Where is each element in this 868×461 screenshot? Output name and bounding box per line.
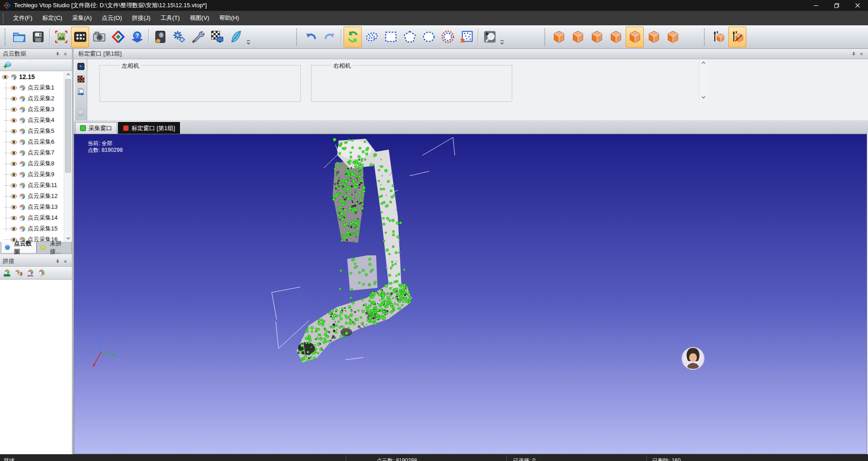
stitch-button-stitch-free[interactable] [37,268,48,278]
toolbar-button-cube-view-3[interactable] [588,27,606,47]
stitch-button-stitch-global[interactable] [1,268,13,278]
toolbar-button-undo[interactable] [302,27,320,47]
close-icon[interactable]: × [61,258,69,265]
tree-item-3[interactable]: 点云采集3 [0,104,64,115]
visibility-eye-icon[interactable] [10,204,19,211]
toolbar-button-circle-select[interactable] [439,27,457,47]
toolbar-button-calibration-board[interactable] [71,27,89,47]
menu-item-view[interactable]: 视图(V) [185,11,214,25]
toolbar-grip-handle[interactable] [544,28,547,46]
camera-tool-camera-lens[interactable] [75,61,87,71]
pin-icon[interactable] [850,50,858,57]
tree-scrollbar[interactable] [64,71,72,242]
toolbar-button-cube-view-6[interactable] [645,27,663,47]
menu-item-capture[interactable]: 采集(A) [67,11,97,25]
camera-pane-scrollbar[interactable] [699,59,707,101]
scroll-down-icon[interactable] [700,94,707,101]
menu-item-calibration[interactable]: 标定(C) [38,11,67,25]
visibility-eye-icon[interactable] [10,215,19,221]
dock-tab-pointcloud-data[interactable]: 点云数据 [1,242,37,254]
tab-capture-window[interactable]: 采集窗口 [75,122,117,134]
toolbar-button-stitch-axis-2[interactable]: x [728,27,746,47]
camera-tool-checkerboard-small[interactable] [75,74,87,84]
toolbar-button-rect-select[interactable] [382,27,400,47]
stitch-button-stitch-marker[interactable] [25,268,37,278]
visibility-eye-icon[interactable] [10,128,19,135]
visibility-eye-icon[interactable] [10,160,19,167]
dock-tab-unstitched[interactable]: 未拼接... [37,242,72,254]
toolbar-button-scan-card[interactable] [151,27,169,47]
visibility-eye-icon[interactable] [10,139,19,146]
scroll-up-icon[interactable] [700,59,707,66]
toolbar-grip-handle[interactable] [704,28,707,46]
toolbar-button-zoom-window[interactable] [481,27,499,47]
close-button[interactable] [847,0,868,11]
minimize-button[interactable] [806,0,826,11]
toolbar-button-capture-image[interactable] [52,27,70,47]
toolbar-button-polygon-select[interactable] [401,27,419,47]
toolbar-button-ellipse-select[interactable] [420,27,438,47]
viewport-3d[interactable]: 当前: 全部 点数: 8190298 y [74,134,867,454]
tree-item-10[interactable]: 点云采集11 [0,180,64,191]
tree-item-13[interactable]: 点云采集14 [0,212,64,223]
tree-item-7[interactable]: 点云采集7 [0,147,64,158]
tree-item-1[interactable]: 点云采集1 [0,82,64,93]
tree-item-8[interactable]: 点云采集8 [0,158,64,169]
visibility-eye-icon[interactable] [10,182,19,189]
visibility-eye-icon[interactable] [10,106,19,113]
visibility-eye-icon[interactable] [10,95,19,102]
visibility-eye-icon[interactable] [10,85,19,91]
menu-item-file[interactable]: 文件(F) [8,11,38,25]
tree-item-9[interactable]: 点云采集9 [0,169,64,180]
toolbar-button-tools[interactable] [189,27,207,47]
tree-item-11[interactable]: 点云采集12 [0,191,64,202]
scroll-thumb[interactable] [65,79,71,173]
visibility-eye-icon[interactable] [10,193,19,200]
toolbar-button-cube-view-2[interactable] [569,27,587,47]
tree-item-4[interactable]: 点云采集4 [0,115,64,126]
toolbar-overflow-icon[interactable] [499,28,505,46]
toolbar-button-vtop-logo[interactable] [109,27,127,47]
tree-item-2[interactable]: 点云采集2 [0,93,64,104]
visibility-eye-icon[interactable] [10,117,19,124]
visibility-eye-icon[interactable] [10,226,19,232]
close-icon[interactable]: × [61,50,69,57]
toolbar-button-camera[interactable] [90,27,108,47]
menu-item-tools[interactable]: 工具(T) [156,11,185,25]
toolbar-grip-handle[interactable] [5,28,8,46]
menu-item-stitch[interactable]: 拼接(J) [127,11,156,25]
panel-button-add-pointcloud[interactable] [1,60,13,71]
toolbar-button-cube-view-7[interactable] [664,27,682,47]
toolbar-button-open-folder[interactable] [10,27,28,47]
toolbar-overflow-icon[interactable] [245,28,251,46]
restore-button[interactable] [826,0,847,11]
toolbar-button-help[interactable]: ? [128,27,146,47]
pin-icon[interactable] [54,50,61,57]
toolbar-button-cube-view-1[interactable] [550,27,568,47]
toolbar-button-delete-points[interactable] [458,27,476,47]
tree-item-12[interactable]: 点云采集13 [0,202,64,212]
scroll-up-icon[interactable] [65,71,72,78]
stitch-button-stitch-pair[interactable] [13,268,25,278]
tree-item-5[interactable]: 点云采集5 [0,126,64,136]
tab-calibration-window[interactable]: 标定窗口 [第1组] [118,122,180,134]
tree-item-14[interactable]: 点云采集15 [0,223,64,234]
camera-tool-export-pages[interactable] [75,87,87,97]
toolbar-button-settings-gears[interactable] [170,27,188,47]
toolbar-button-redo[interactable] [321,27,339,47]
toolbar-button-feather[interactable] [227,27,245,47]
tree-item-6[interactable]: 点云采集6 [0,136,64,147]
visibility-eye-icon[interactable] [2,74,10,80]
menu-item-help[interactable]: 帮助(H) [214,11,244,25]
visibility-eye-icon[interactable] [10,171,19,178]
toolbar-button-save[interactable] [29,27,47,47]
menu-grip-handle[interactable] [3,13,5,23]
toolbar-button-cube-view-4[interactable] [607,27,625,47]
close-icon[interactable]: × [858,50,865,57]
toolbar-button-lasso-select[interactable] [363,27,381,47]
menu-item-pointcloud[interactable]: 点云(O) [97,11,127,25]
toolbar-button-refresh[interactable] [344,27,362,47]
tree-root[interactable]: 12.15 [0,71,64,82]
toolbar-button-checkerboard-display[interactable] [208,27,226,47]
toolbar-button-stitch-axis[interactable]: x [709,27,727,47]
